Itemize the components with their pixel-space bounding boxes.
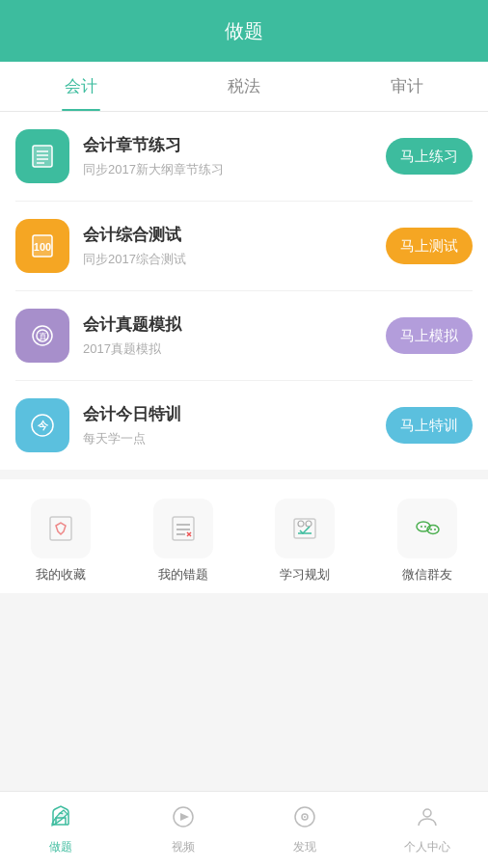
svg-text:真: 真 [39,332,47,341]
real-icon: 真 [15,309,69,363]
quick-actions: 我的收藏 我的错题 学习规划 [0,479,488,593]
daily-sub: 每天学一点 [83,430,386,448]
chapter-btn[interactable]: 马上练习 [386,138,473,175]
comprehensive-btn[interactable]: 马上测试 [386,228,473,264]
svg-marker-32 [180,813,189,821]
real-title: 会计真题模拟 [83,313,386,336]
svg-rect-21 [294,519,315,538]
favorites-label: 我的收藏 [36,566,86,583]
errors-label: 我的错题 [158,566,208,583]
video-nav-label: 视频 [172,839,195,855]
svg-rect-14 [50,517,71,540]
nav-practice[interactable]: 做题 [0,792,122,868]
wechat-item[interactable]: 微信群友 [397,499,457,583]
plan-item[interactable]: 学习规划 [275,499,335,583]
real-btn[interactable]: 马上模拟 [386,317,473,354]
bottom-nav: 做题 视频 发现 个人中心 [0,791,488,868]
svg-text:100: 100 [34,241,51,253]
list-item: 会计章节练习 同步2017新大纲章节练习 马上练习 [15,112,473,202]
tab-bar: 会计 税法 审计 [0,62,488,112]
daily-title: 会计今日特训 [83,403,386,425]
daily-text: 会计今日特训 每天学一点 [83,403,386,448]
daily-icon: 今 [15,398,69,452]
chapter-text: 会计章节练习 同步2017新大纲章节练习 [83,134,386,178]
profile-nav-label: 个人中心 [404,839,450,855]
video-nav-icon [171,804,196,835]
tab-audit[interactable]: 审计 [325,62,488,111]
list-item: 今 会计今日特训 每天学一点 马上特训 [15,381,473,470]
svg-point-28 [424,526,426,528]
svg-text:今: 今 [38,420,49,431]
errors-item[interactable]: 我的错题 [153,499,213,583]
plan-label: 学习规划 [280,566,330,583]
svg-point-29 [430,529,432,530]
nav-video[interactable]: 视频 [122,792,245,868]
comprehensive-icon: 100 [15,219,69,273]
header-title: 做题 [225,18,263,44]
svg-point-23 [306,521,312,527]
svg-point-27 [420,526,422,528]
practice-nav-label: 做题 [49,839,72,855]
practice-list: 会计章节练习 同步2017新大纲章节练习 马上练习 100 会计综合测试 同步2… [0,112,488,470]
svg-point-35 [304,816,306,818]
errors-icon-box [153,499,213,558]
practice-nav-icon [48,804,73,835]
chapter-sub: 同步2017新大纲章节练习 [83,161,386,178]
favorites-item[interactable]: 我的收藏 [31,499,91,583]
svg-rect-15 [173,517,194,540]
wechat-icon-box [397,499,457,558]
nav-profile[interactable]: 个人中心 [366,792,489,868]
svg-point-30 [434,529,436,530]
real-text: 会计真题模拟 2017真题模拟 [83,313,386,358]
tab-accounting[interactable]: 会计 [0,62,163,111]
plan-icon-box [275,499,335,558]
comprehensive-sub: 同步2017综合测试 [83,251,386,268]
daily-btn[interactable]: 马上特训 [386,407,473,444]
header: 做题 [0,0,488,62]
discover-nav-icon [292,804,317,835]
profile-nav-icon [415,804,440,835]
chapter-icon [15,129,69,183]
nav-discover[interactable]: 发现 [244,792,366,868]
chapter-title: 会计章节练习 [83,134,386,156]
favorites-icon-box [31,499,91,558]
list-item: 100 会计综合测试 同步2017综合测试 马上测试 [15,202,473,291]
list-item: 真 会计真题模拟 2017真题模拟 马上模拟 [15,291,473,381]
svg-point-22 [298,521,304,527]
wechat-label: 微信群友 [402,566,452,583]
discover-nav-label: 发现 [293,839,316,855]
real-sub: 2017真题模拟 [83,340,386,358]
comprehensive-title: 会计综合测试 [83,224,386,246]
tab-tax[interactable]: 税法 [163,62,326,111]
comprehensive-text: 会计综合测试 同步2017综合测试 [83,224,386,268]
svg-point-36 [423,809,431,817]
